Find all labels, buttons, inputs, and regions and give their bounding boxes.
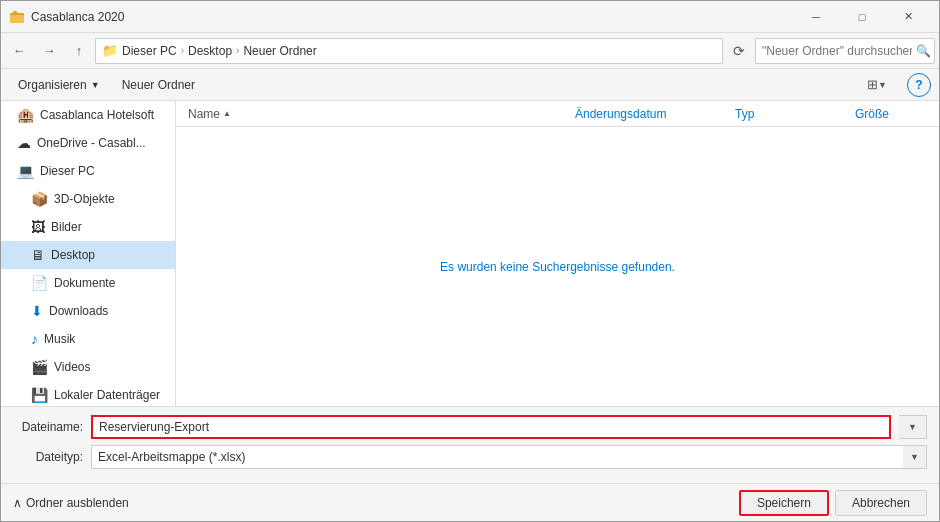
column-type-header[interactable]: Typ xyxy=(731,107,851,121)
videos-icon: 🎬 xyxy=(31,359,48,375)
sidebar-item-bilder[interactable]: 🖼 Bilder xyxy=(1,213,175,241)
col-date-label: Änderungsdatum xyxy=(575,107,666,121)
dieser-pc-icon: 💻 xyxy=(17,163,34,179)
minimize-button[interactable]: ─ xyxy=(793,1,839,33)
app-icon xyxy=(9,9,25,25)
file-list: Es wurden keine Suchergebnisse gefunden. xyxy=(176,127,939,406)
hide-folders-toggle[interactable]: ∧ Ordner ausblenden xyxy=(13,496,129,510)
sort-icon: ▲ xyxy=(223,109,231,118)
folder-icon: 📁 xyxy=(102,43,118,58)
sidebar-item-lokaler-label: Lokaler Datenträger xyxy=(54,388,160,402)
hide-folders-chevron-icon: ∧ xyxy=(13,496,22,510)
breadcrumb-sep-1: › xyxy=(181,45,184,56)
sidebar-item-dokumente-label: Dokumente xyxy=(54,276,115,290)
sidebar-item-musik[interactable]: ♪ Musik xyxy=(1,325,175,353)
sidebar-item-onedrive-label: OneDrive - Casabl... xyxy=(37,136,146,150)
toolbar: Organisieren ▼ Neuer Ordner ⊞ ▼ ? xyxy=(1,69,939,101)
column-date-header[interactable]: Änderungsdatum xyxy=(571,107,731,121)
filename-row: Dateiname: ▼ xyxy=(13,415,927,439)
filename-label: Dateiname: xyxy=(13,420,83,434)
file-save-dialog: Casablanca 2020 ─ □ ✕ ← → ↑ 📁 Dieser PC … xyxy=(0,0,940,522)
lokaler-icon: 💾 xyxy=(31,387,48,403)
sidebar-item-videos-label: Videos xyxy=(54,360,90,374)
view-options-button[interactable]: ⊞ ▼ xyxy=(863,73,891,97)
sidebar-item-casablanca[interactable]: 🏨 Casablanca Hotelsoft xyxy=(1,101,175,129)
col-type-label: Typ xyxy=(735,107,754,121)
filetype-label: Dateityp: xyxy=(13,450,83,464)
window-title: Casablanca 2020 xyxy=(31,10,793,24)
column-headers: Name ▲ Änderungsdatum Typ Größe xyxy=(176,101,939,127)
breadcrumb-part-1: Dieser PC xyxy=(122,44,177,58)
back-button[interactable]: ← xyxy=(5,37,33,65)
organize-label: Organisieren xyxy=(18,78,87,92)
sidebar-item-downloads[interactable]: ⬇ Downloads xyxy=(1,297,175,325)
dokumente-icon: 📄 xyxy=(31,275,48,291)
search-icon: 🔍 xyxy=(916,44,931,58)
window-controls: ─ □ ✕ xyxy=(793,1,931,33)
organize-button[interactable]: Organisieren ▼ xyxy=(9,73,109,97)
column-name-header[interactable]: Name ▲ xyxy=(184,107,571,121)
main-area: 🏨 Casablanca Hotelsoft ☁ OneDrive - Casa… xyxy=(1,101,939,406)
no-results-message: Es wurden keine Suchergebnisse gefunden. xyxy=(440,260,675,274)
sidebar-item-bilder-label: Bilder xyxy=(51,220,82,234)
bottom-bar: Dateiname: ▼ Dateityp: Excel-Arbeitsmapp… xyxy=(1,406,939,483)
sidebar-item-musik-label: Musik xyxy=(44,332,75,346)
cancel-button[interactable]: Abbrechen xyxy=(835,490,927,516)
breadcrumb-part-2: Desktop xyxy=(188,44,232,58)
maximize-button[interactable]: □ xyxy=(839,1,885,33)
filetype-select-wrapper: Excel-Arbeitsmappe (*.xlsx) ▼ xyxy=(91,445,927,469)
close-button[interactable]: ✕ xyxy=(885,1,931,33)
forward-button[interactable]: → xyxy=(35,37,63,65)
footer: ∧ Ordner ausblenden Speichern Abbrechen xyxy=(1,483,939,521)
casablanca-icon: 🏨 xyxy=(17,107,34,123)
sidebar-item-dieser-pc[interactable]: 💻 Dieser PC xyxy=(1,157,175,185)
filetype-row: Dateityp: Excel-Arbeitsmappe (*.xlsx) ▼ xyxy=(13,445,927,469)
downloads-icon: ⬇ xyxy=(31,303,43,319)
hide-folders-label: Ordner ausblenden xyxy=(26,496,129,510)
3d-icon: 📦 xyxy=(31,191,48,207)
breadcrumb[interactable]: 📁 Dieser PC › Desktop › Neuer Ordner xyxy=(95,38,723,64)
up-button[interactable]: ↑ xyxy=(65,37,93,65)
organize-chevron-icon: ▼ xyxy=(91,80,100,90)
address-bar: ← → ↑ 📁 Dieser PC › Desktop › Neuer Ordn… xyxy=(1,33,939,69)
sidebar-item-videos[interactable]: 🎬 Videos xyxy=(1,353,175,381)
save-button[interactable]: Speichern xyxy=(739,490,829,516)
view-icon: ⊞ xyxy=(867,77,878,92)
filetype-select[interactable]: Excel-Arbeitsmappe (*.xlsx) xyxy=(91,445,927,469)
bilder-icon: 🖼 xyxy=(31,219,45,235)
breadcrumb-text: Dieser PC › Desktop › Neuer Ordner xyxy=(122,44,317,58)
sidebar-item-dokumente[interactable]: 📄 Dokumente xyxy=(1,269,175,297)
svg-rect-1 xyxy=(10,15,24,23)
filename-dropdown-icon[interactable]: ▼ xyxy=(899,415,927,439)
footer-buttons: Speichern Abbrechen xyxy=(739,490,927,516)
sidebar-item-3d-label: 3D-Objekte xyxy=(54,192,115,206)
sidebar-item-downloads-label: Downloads xyxy=(49,304,108,318)
sidebar-item-desktop[interactable]: 🖥 Desktop xyxy=(1,241,175,269)
column-size-header[interactable]: Größe xyxy=(851,107,931,121)
sidebar-item-onedrive[interactable]: ☁ OneDrive - Casabl... xyxy=(1,129,175,157)
help-button[interactable]: ? xyxy=(907,73,931,97)
musik-icon: ♪ xyxy=(31,331,38,347)
refresh-button[interactable]: ⟳ xyxy=(725,37,753,65)
view-dropdown-icon: ▼ xyxy=(878,80,887,90)
content-area: Name ▲ Änderungsdatum Typ Größe Es wurde… xyxy=(176,101,939,406)
sidebar-item-3d-objekte[interactable]: 📦 3D-Objekte xyxy=(1,185,175,213)
sidebar-item-desktop-label: Desktop xyxy=(51,248,95,262)
col-name-label: Name xyxy=(188,107,220,121)
sidebar-item-lokaler[interactable]: 💾 Lokaler Datenträger xyxy=(1,381,175,406)
new-folder-button[interactable]: Neuer Ordner xyxy=(113,73,204,97)
filename-input[interactable] xyxy=(91,415,891,439)
breadcrumb-sep-2: › xyxy=(236,45,239,56)
desktop-icon: 🖥 xyxy=(31,247,45,263)
breadcrumb-part-3: Neuer Ordner xyxy=(243,44,316,58)
sidebar-item-dieser-pc-label: Dieser PC xyxy=(40,164,95,178)
svg-rect-2 xyxy=(13,11,17,15)
col-size-label: Größe xyxy=(855,107,889,121)
search-input[interactable] xyxy=(762,44,912,58)
search-box[interactable]: 🔍 xyxy=(755,38,935,64)
onedrive-icon: ☁ xyxy=(17,135,31,151)
sidebar: 🏨 Casablanca Hotelsoft ☁ OneDrive - Casa… xyxy=(1,101,176,406)
sidebar-item-casablanca-label: Casablanca Hotelsoft xyxy=(40,108,154,122)
title-bar: Casablanca 2020 ─ □ ✕ xyxy=(1,1,939,33)
